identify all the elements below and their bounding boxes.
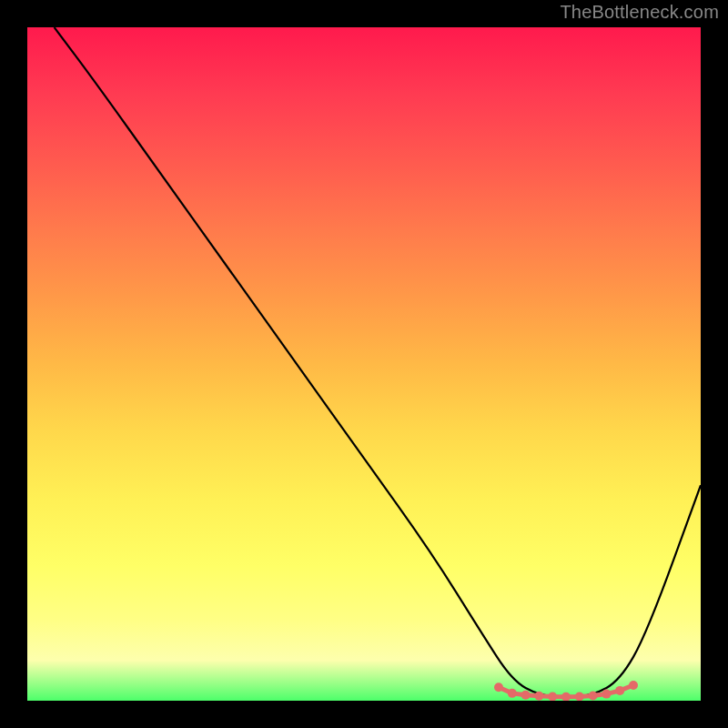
- flat-highlight-dots: [494, 681, 638, 701]
- flat-highlight-dot: [602, 690, 611, 699]
- bottleneck-curve: [55, 27, 701, 696]
- watermark-label: TheBottleneck.com: [560, 2, 719, 23]
- flat-highlight-dot: [521, 691, 531, 700]
- curve-layer: [27, 27, 701, 701]
- flat-highlight-dot: [508, 689, 517, 698]
- chart-frame: TheBottleneck.com: [0, 0, 728, 728]
- flat-highlight-dot: [534, 692, 543, 701]
- flat-highlight-dot: [589, 691, 598, 700]
- flat-highlight-dot: [561, 693, 571, 701]
- flat-highlight-dot: [494, 682, 503, 692]
- flat-highlight-dot: [548, 693, 557, 701]
- plot-area: [27, 27, 701, 701]
- flat-highlight-dot: [615, 686, 624, 695]
- flat-highlight-dot: [629, 681, 638, 690]
- flat-highlight-dot: [575, 692, 584, 701]
